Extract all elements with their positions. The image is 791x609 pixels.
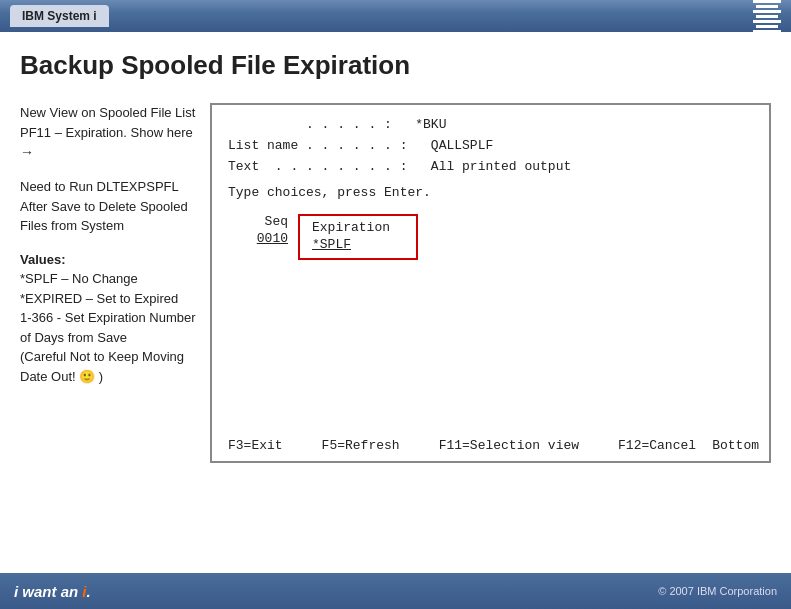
two-column-layout: New View on Spooled File List PF11 – Exp… [20, 103, 771, 463]
panel-fkeys: F3=Exit F5=Refresh F11=Selection view F1… [228, 438, 696, 453]
footer-copyright: © 2007 IBM Corporation [658, 585, 777, 597]
main-content: Backup Spooled File Expiration New View … [0, 32, 791, 473]
seq-column: Seq 0010 [228, 214, 288, 260]
seq-table: Seq 0010 Expiration *SPLF [228, 214, 753, 260]
ibm-logo-icon [753, 0, 781, 33]
footer-slogan-prefix: i want an [14, 583, 82, 600]
panel-line4: Type choices, press Enter. [228, 183, 753, 204]
panel-line2: List name . . . . . . : QALLSPLF [228, 136, 753, 157]
expiration-column: Expiration *SPLF [298, 214, 418, 260]
panel-line3: Text . . . . . . . . : All printed outpu… [228, 157, 753, 178]
sidebar-values-label: Values: [20, 250, 200, 270]
sidebar-run-info: Need to Run DLTEXPSPFL After Save to Del… [20, 177, 200, 236]
sidebar-splf-value: *SPLF – No Change [20, 269, 200, 289]
top-bar-left: IBM System i [10, 5, 109, 27]
sidebar-run-text: Need to Run DLTEXPSPFL After Save to Del… [20, 177, 200, 236]
page-title: Backup Spooled File Expiration [20, 42, 771, 93]
ibm-system-i-tab[interactable]: IBM System i [10, 5, 109, 27]
sidebar-values: Values: *SPLF – No Change *EXPIRED – Set… [20, 250, 200, 387]
sidebar-expired-value: *EXPIRED – Set to Expired [20, 289, 200, 309]
seq-header: Seq [228, 214, 288, 229]
panel-bottom-label: Bottom [712, 438, 759, 453]
exp-value: *SPLF [312, 237, 404, 252]
sidebar-view-info: New View on Spooled File List PF11 – Exp… [20, 103, 200, 163]
right-panel: . . . . . : *BKU List name . . . . . . :… [210, 103, 771, 463]
panel-line1: . . . . . : *BKU [228, 115, 753, 136]
sidebar-view-text: New View on Spooled File List PF11 – Exp… [20, 103, 200, 163]
bottom-bar: i want an i. © 2007 IBM Corporation [0, 573, 791, 609]
sidebar-range-value: 1-366 - Set Expiration Number of Days fr… [20, 308, 200, 347]
top-bar: IBM System i [0, 0, 791, 32]
exp-header: Expiration [312, 220, 404, 235]
sidebar-careful-note: (Careful Not to Keep Moving Date Out! 🙂 … [20, 347, 200, 386]
left-sidebar: New View on Spooled File List PF11 – Exp… [20, 103, 210, 463]
seq-value: 0010 [228, 231, 288, 246]
footer-slogan: i want an i. [14, 583, 91, 600]
footer-slogan-suffix: . [87, 583, 91, 600]
arrow-icon: → [20, 142, 34, 163]
